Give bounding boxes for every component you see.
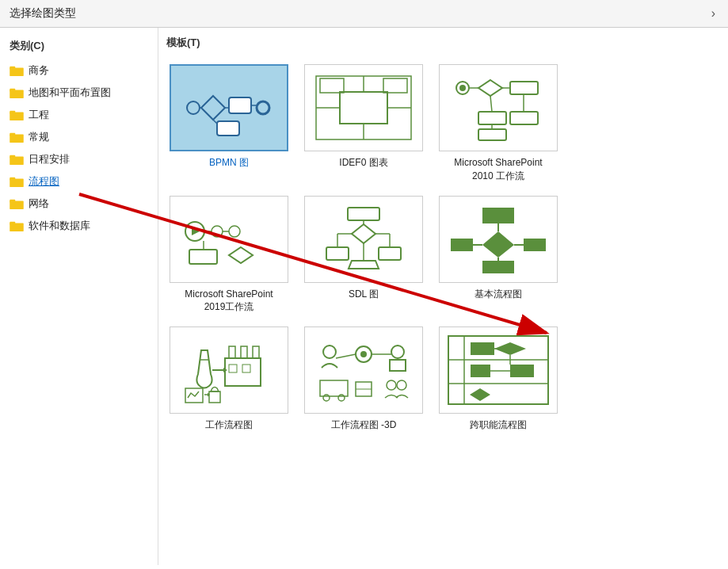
template-thumb-bpmn[interactable] (170, 64, 288, 151)
template-idef0[interactable]: IDEF0 图表 (304, 64, 423, 183)
sidebar-label-maps: 地图和平面布置图 (29, 86, 111, 100)
svg-rect-7 (10, 111, 15, 114)
folder-icon (10, 220, 24, 231)
sharepoint2019-diagram (177, 204, 280, 275)
sidebar-item-network[interactable]: 网络 (0, 193, 158, 215)
template-bpmn[interactable]: BPMN 图 (170, 64, 288, 183)
template-thumb-workflow3d[interactable] (304, 327, 423, 414)
template-thumb-cross-functional[interactable] (439, 327, 558, 414)
template-basic-flowchart[interactable]: 基本流程图 (439, 196, 558, 315)
template-label-sharepoint2019: Microsoft SharePoint 2019工作流 (185, 288, 273, 315)
sidebar-label-general: 常规 (29, 130, 49, 144)
svg-rect-111 (447, 334, 550, 406)
sidebar-header: 类别(C) (0, 36, 158, 59)
sidebar-item-general[interactable]: 常规 (0, 126, 158, 148)
folder-icon (10, 65, 24, 76)
sidebar-label-engineering: 工程 (29, 108, 49, 122)
main-header: 模板(T) (166, 36, 720, 53)
dialog-header: 选择绘图类型 › (0, 0, 728, 28)
basic-flowchart-diagram (447, 204, 550, 275)
folder-icon (10, 154, 24, 165)
folder-icon (10, 198, 24, 209)
sidebar-item-flowchart[interactable]: 流程图 (0, 170, 158, 193)
template-label-cross-functional: 跨职能流程图 (470, 418, 527, 432)
svg-rect-13 (10, 178, 15, 181)
svg-rect-11 (10, 155, 15, 158)
svg-rect-5 (10, 89, 15, 92)
svg-rect-76 (524, 239, 546, 251)
svg-rect-75 (451, 239, 473, 251)
folder-icon (10, 109, 24, 120)
template-label-workflow3d: 工作流程图 -3D (331, 418, 397, 432)
sidebar-label-schedule: 日程安排 (29, 152, 70, 166)
svg-rect-119 (510, 365, 534, 377)
template-label-sharepoint2010: Microsoft SharePoint 2010 工作流 (454, 156, 542, 183)
sidebar-item-maps[interactable]: 地图和平面布置图 (0, 82, 158, 104)
template-thumb-sdl[interactable] (304, 196, 423, 283)
template-thumb-basic-flowchart[interactable] (439, 196, 558, 283)
svg-rect-60 (312, 204, 415, 275)
svg-point-99 (360, 351, 367, 357)
template-label-bpmn: BPMN 图 (209, 156, 249, 170)
svg-rect-15 (10, 200, 15, 203)
sidebar-label-flowchart: 流程图 (29, 174, 59, 189)
sidebar-item-software[interactable]: 软件和数据库 (0, 215, 158, 237)
template-label-sdl: SDL 图 (349, 288, 379, 301)
folder-icon (10, 132, 24, 143)
svg-point-39 (459, 85, 466, 91)
folder-icon-open (10, 176, 24, 187)
template-label-idef0: IDEF0 图表 (339, 156, 387, 170)
template-label-workflow: 工作流程图 (205, 418, 253, 432)
svg-rect-3 (10, 67, 15, 70)
templates-grid: BPMN 图 (166, 61, 720, 435)
template-label-basic-flowchart: 基本流程图 (475, 288, 522, 301)
template-workflow[interactable]: 工作流程图 (170, 327, 288, 432)
template-workflow3d[interactable]: 工作流程图 -3D (304, 327, 423, 432)
sidebar-item-engineering[interactable]: 工程 (0, 104, 158, 126)
sidebar-label-business: 商务 (29, 63, 49, 78)
workflow3d-diagram (312, 334, 415, 406)
sidebar-item-schedule[interactable]: 日程安排 (0, 148, 158, 170)
dialog-body: 类别(C) 商务 地图和平面布置图 工程 (0, 28, 728, 565)
sidebar-label-software: 软件和数据库 (29, 219, 90, 233)
template-sharepoint2010[interactable]: Microsoft SharePoint 2010 工作流 (439, 64, 558, 183)
sdl-diagram (312, 204, 415, 275)
main-content: 模板(T) (158, 28, 728, 565)
svg-rect-118 (471, 365, 490, 377)
template-thumb-sharepoint2010[interactable] (439, 64, 558, 151)
svg-rect-116 (471, 342, 494, 355)
sidebar: 类别(C) 商务 地图和平面布置图 工程 (0, 28, 158, 565)
folder-icon (10, 87, 24, 98)
template-thumb-workflow[interactable] (170, 327, 288, 414)
sidebar-label-network: 网络 (29, 197, 49, 211)
svg-rect-22 (217, 121, 239, 136)
svg-rect-77 (482, 261, 514, 273)
svg-rect-37 (447, 72, 550, 143)
svg-rect-17 (10, 222, 15, 225)
svg-rect-9 (10, 133, 15, 136)
close-button[interactable]: › (708, 6, 718, 21)
cross-functional-diagram (447, 334, 550, 406)
svg-rect-21 (229, 97, 251, 113)
sharepoint2010-diagram (447, 72, 550, 143)
idef0-diagram (312, 72, 415, 143)
template-cross-functional[interactable]: 跨职能流程图 (439, 327, 558, 432)
sidebar-item-business[interactable]: 商务 (0, 59, 158, 82)
bpmn-diagram (177, 72, 280, 143)
template-thumb-idef0[interactable] (304, 64, 423, 151)
dialog-title: 选择绘图类型 (10, 6, 76, 21)
svg-rect-73 (482, 208, 514, 223)
template-sharepoint2019[interactable]: Microsoft SharePoint 2019工作流 (170, 196, 288, 315)
template-thumb-sharepoint2019[interactable] (170, 196, 288, 283)
workflow-diagram (177, 334, 280, 406)
template-sdl[interactable]: SDL 图 (304, 196, 423, 315)
